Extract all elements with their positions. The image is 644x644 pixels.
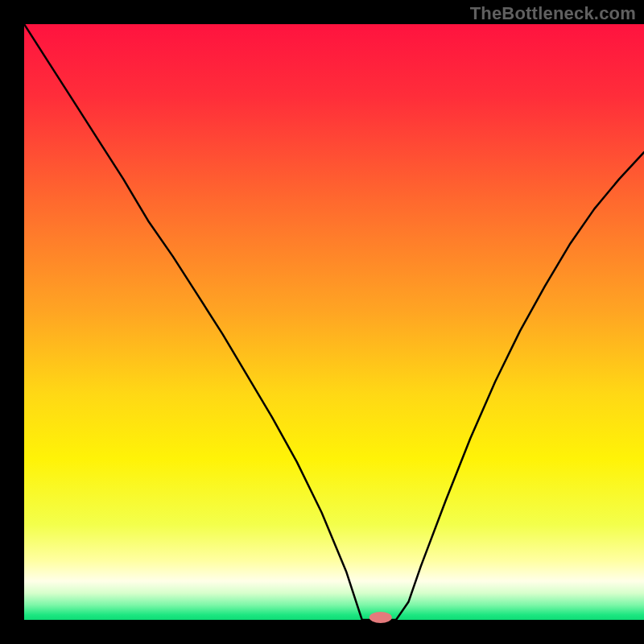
bottleneck-chart bbox=[0, 0, 644, 644]
chart-frame: { "watermark": "TheBottleneck.com", "cha… bbox=[0, 0, 644, 644]
plot-background bbox=[24, 24, 644, 620]
optimal-marker bbox=[369, 612, 392, 623]
watermark-text: TheBottleneck.com bbox=[470, 3, 636, 24]
